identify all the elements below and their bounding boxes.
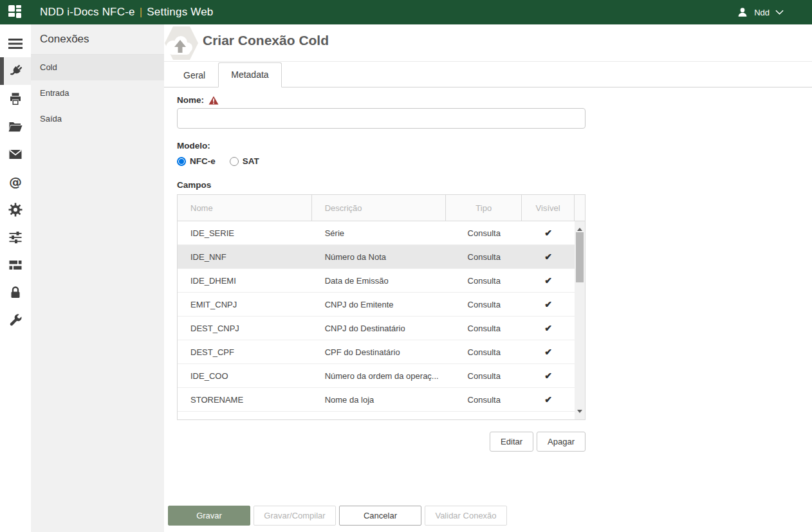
table-row[interactable]: IDE_DHEMIData de EmissãoConsulta✔: [178, 269, 575, 293]
cell-descricao: CNPJ do Destinatário: [312, 324, 447, 333]
rail-item-files[interactable]: [0, 113, 31, 140]
cell-nome: DEST_CNPJ: [178, 324, 312, 333]
cell-tipo: Consulta: [446, 228, 522, 238]
cell-descricao: Número da Nota: [312, 252, 447, 262]
cell-tipo: Consulta: [446, 395, 522, 405]
cell-descricao: CPF do Destinatário: [312, 347, 447, 357]
column-header-scroll-spacer: [575, 195, 585, 221]
gravar-button[interactable]: Gravar: [168, 506, 250, 526]
table-row[interactable]: EMIT_CNPJCNPJ do EmitenteConsulta✔: [178, 293, 575, 316]
table-body: IDE_SERIESérieConsulta✔IDE_NNFNúmero da …: [178, 221, 585, 419]
cell-descricao: Nome da loja: [312, 395, 447, 405]
at-icon: @: [9, 174, 22, 190]
scrollbar-thumb[interactable]: [576, 232, 584, 282]
column-header-visivel: Visível: [522, 195, 575, 221]
sidebar-item-cold[interactable]: Cold: [31, 55, 164, 80]
cell-tipo: Consulta: [446, 276, 522, 286]
radio-checked-icon[interactable]: [177, 157, 186, 166]
wrench-icon: [8, 313, 23, 328]
main-content: Criar Conexão Cold GeralMetadata Nome: M…: [164, 24, 812, 532]
user-name: Ndd: [754, 8, 770, 17]
table-row[interactable]: IDE_SERIESérieConsulta✔: [178, 221, 575, 245]
check-icon: ✔: [522, 347, 575, 357]
check-icon: ✔: [522, 371, 575, 381]
sidebar-item-list: ColdEntradaSaída: [31, 55, 164, 132]
tab-metadata[interactable]: Metadata: [218, 62, 281, 87]
cell-tipo: Consulta: [446, 347, 522, 357]
rail-item-security[interactable]: [0, 279, 31, 306]
cell-tipo: Consulta: [446, 371, 522, 381]
table-actions: Editar Apagar: [177, 432, 586, 452]
column-header-descricao: Descrição: [312, 195, 447, 221]
modelo-radio-group: NFC-eSAT: [177, 156, 586, 166]
user-menu[interactable]: Ndd: [737, 6, 784, 18]
topbar: NDD i-Docs NFC-e|Settings Web Ndd: [0, 0, 812, 24]
cell-nome: STORENAME: [178, 395, 312, 405]
nome-input[interactable]: [177, 108, 586, 129]
check-icon: ✔: [522, 228, 575, 238]
icon-rail: @: [0, 24, 31, 532]
cell-tipo: Consulta: [446, 324, 522, 333]
table-row-partial: [178, 412, 575, 419]
delete-button[interactable]: Apagar: [537, 432, 586, 452]
cell-tipo: Consulta: [446, 300, 522, 309]
plug-icon: [8, 64, 23, 79]
printer-icon: [8, 91, 23, 107]
cell-nome: IDE_COO: [178, 371, 312, 381]
table-row[interactable]: DEST_CNPJCNPJ do DestinatárioConsulta✔: [178, 316, 575, 340]
rail-item-email-settings[interactable]: @: [0, 168, 31, 196]
chevron-down-icon: [775, 10, 784, 15]
radio-label: SAT: [243, 156, 259, 166]
tab-bar: GeralMetadata: [164, 62, 812, 87]
cloud-upload-icon: [164, 26, 199, 60]
rail-item-services[interactable]: [0, 251, 31, 279]
rail-item-printing[interactable]: [0, 85, 31, 113]
rail-item-mail[interactable]: [0, 140, 31, 168]
table-row[interactable]: DEST_CPFCPF do DestinatárioConsulta✔: [178, 340, 575, 364]
check-icon: ✔: [522, 323, 575, 333]
table-scrollbar[interactable]: [575, 221, 585, 419]
table-row[interactable]: IDE_COONúmero da ordem da operaç...Consu…: [178, 364, 575, 388]
rail-item-tools[interactable]: [0, 306, 31, 334]
rail-item-parameters[interactable]: [0, 223, 31, 251]
tab-geral[interactable]: Geral: [171, 63, 218, 87]
menu-toggle-button[interactable]: [0, 30, 31, 57]
table-row[interactable]: STORENAMENome da lojaConsulta✔: [178, 388, 575, 412]
gravar-compilar-button[interactable]: Gravar/Compilar: [254, 506, 336, 526]
cancelar-button[interactable]: Cancelar: [339, 506, 421, 526]
warning-icon: [208, 96, 219, 105]
cell-descricao: CNPJ do Emitente: [312, 300, 447, 309]
rail-item-settings[interactable]: [0, 196, 31, 223]
campos-label: Campos: [177, 180, 586, 190]
table-row[interactable]: IDE_NNFNúmero da NotaConsulta✔: [178, 245, 575, 269]
app-body: @: [0, 24, 812, 532]
footer-buttons: GravarGravar/CompilarCancelarValidar Con…: [168, 506, 507, 526]
lock-icon: [8, 285, 23, 300]
scroll-up-icon[interactable]: [577, 225, 582, 231]
sidebar-item-saída[interactable]: Saída: [31, 106, 164, 132]
sidebar-item-entrada[interactable]: Entrada: [31, 80, 164, 106]
page-header: Criar Conexão Cold: [164, 24, 812, 62]
nome-label: Nome:: [177, 95, 204, 105]
column-header-tipo: Tipo: [446, 195, 522, 221]
page-title: Criar Conexão Cold: [203, 33, 329, 48]
scroll-down-icon[interactable]: [577, 410, 582, 416]
radio-option-sat[interactable]: SAT: [230, 156, 259, 166]
connection-form: Nome: Modelo: NFC-eSAT Campos Nome Descr…: [177, 87, 586, 452]
cell-nome: IDE_DHEMI: [178, 276, 312, 286]
menu-icon: [8, 38, 23, 50]
app-title: NDD i-Docs NFC-e|Settings Web: [40, 6, 214, 19]
check-icon: ✔: [522, 394, 575, 405]
cell-descricao: Número da ordem da operaç...: [312, 371, 447, 381]
table-body-wrap: IDE_SERIESérieConsulta✔IDE_NNFNúmero da …: [178, 221, 585, 419]
cell-tipo: Consulta: [446, 252, 522, 262]
campos-table: Nome Descrição Tipo Visível IDE_SERIESér…: [177, 194, 586, 420]
gear-icon: [8, 202, 23, 217]
edit-button[interactable]: Editar: [490, 432, 533, 452]
title-separator: |: [135, 6, 147, 18]
validar-conexão-button[interactable]: Validar Conexão: [425, 506, 507, 526]
rail-item-connections[interactable]: [0, 57, 31, 85]
radio-option-nfc-e[interactable]: NFC-e: [177, 156, 216, 166]
radio-unchecked-icon[interactable]: [230, 157, 239, 166]
cell-nome: IDE_SERIE: [178, 228, 312, 238]
